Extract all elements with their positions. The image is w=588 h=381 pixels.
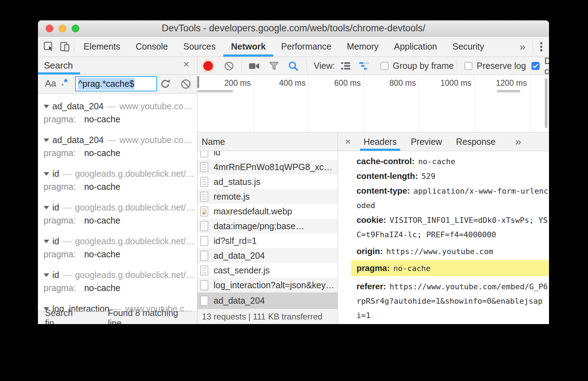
search-panel-header: Search × bbox=[38, 57, 197, 75]
timeline-resource-bar bbox=[497, 90, 520, 92]
header-value: oded bbox=[357, 201, 375, 210]
record-button[interactable] bbox=[203, 57, 213, 75]
request-row[interactable]: ad_data_204 bbox=[197, 292, 338, 309]
tab-performance[interactable]: Performance bbox=[273, 37, 339, 57]
divider bbox=[533, 41, 533, 52]
disclosure-triangle-icon[interactable] bbox=[44, 206, 49, 209]
timeline-tick-label: 400 ms bbox=[253, 78, 306, 88]
request-row[interactable]: remote.js bbox=[197, 189, 338, 204]
detail-tab-headers[interactable]: Headers bbox=[360, 133, 400, 151]
request-name: id?slf_rd=1 bbox=[214, 236, 257, 246]
search-result-header[interactable]: log_interaction—www.youtube.co… bbox=[38, 302, 197, 311]
request-row[interactable]: 4mrRnEPnWo81qWPG8_xcG… bbox=[197, 160, 338, 174]
more-detail-tabs-icon[interactable]: » bbox=[515, 136, 521, 148]
header-key: cookie: bbox=[357, 215, 386, 225]
header-value: 529 bbox=[422, 172, 436, 181]
name-column-header[interactable]: Name bbox=[197, 133, 338, 151]
result-url: www.youtube.co… bbox=[125, 304, 197, 311]
filter-icon[interactable] bbox=[269, 57, 279, 75]
refresh-search-icon[interactable] bbox=[160, 78, 171, 89]
tab-security[interactable]: Security bbox=[445, 37, 492, 57]
search-query-input[interactable]: ^prag.*cache$ bbox=[75, 76, 157, 91]
waterfall-view-icon[interactable] bbox=[359, 57, 369, 75]
match-case-toggle[interactable]: Aa bbox=[45, 78, 56, 89]
kebab-menu-icon[interactable] bbox=[534, 41, 543, 52]
tab-network[interactable]: Network bbox=[223, 37, 274, 57]
timeline-overview[interactable]: 200 ms400 ms600 ms800 ms1000 ms1200 ms bbox=[197, 75, 549, 133]
search-result-match[interactable]: pragma:no-cache bbox=[38, 214, 197, 227]
request-name: log_interaction?alt=json&key… bbox=[214, 280, 334, 290]
disclosure-triangle-icon[interactable] bbox=[44, 138, 49, 142]
match-key: pragma: bbox=[44, 114, 76, 124]
search-result-header[interactable]: id—googleads.g.doubleclick.net/p… bbox=[38, 269, 197, 282]
search-result-match[interactable]: pragma:no-cache bbox=[38, 147, 197, 160]
request-row[interactable]: data:image/png;base… bbox=[197, 219, 338, 233]
title-bar: DevTools - developers.google.com/web/too… bbox=[38, 20, 549, 37]
zoom-window-button[interactable] bbox=[72, 25, 79, 32]
request-row[interactable]: id?slf_rd=1 bbox=[197, 233, 338, 248]
clear-search-icon[interactable] bbox=[181, 79, 191, 89]
tab-sources[interactable]: Sources bbox=[176, 37, 223, 57]
request-row[interactable]: maxresdefault.webp bbox=[197, 204, 338, 219]
result-name: id bbox=[52, 202, 59, 213]
search-result-match[interactable]: pragma:no-cache bbox=[38, 282, 197, 295]
disclosure-triangle-icon[interactable] bbox=[44, 172, 49, 176]
large-rows-view-icon[interactable] bbox=[341, 57, 351, 75]
result-dash: — bbox=[63, 202, 71, 213]
search-result-match[interactable]: pragma:no-cache bbox=[38, 248, 197, 261]
result-name: id bbox=[52, 270, 59, 280]
more-tabs-icon[interactable]: » bbox=[514, 41, 531, 53]
request-row[interactable]: log_interaction?alt=json&key… bbox=[197, 278, 338, 292]
close-search-icon[interactable]: × bbox=[183, 58, 189, 70]
filmstrip-camera-icon[interactable] bbox=[249, 57, 260, 75]
search-result-match[interactable]: pragma:no-cache bbox=[38, 113, 197, 126]
view-label: View: bbox=[314, 57, 335, 75]
close-window-button[interactable] bbox=[46, 25, 53, 32]
request-name: ad_status.js bbox=[214, 177, 260, 187]
network-panel: View: Group by frame bbox=[197, 57, 549, 324]
search-result-header[interactable]: ad_data_204—www.youtube.com/… bbox=[38, 134, 197, 147]
disable-cache-checkbox[interactable] bbox=[531, 57, 540, 75]
search-result-header[interactable]: ad_data_204—www.youtube.com/… bbox=[38, 100, 197, 113]
disclosure-triangle-icon[interactable] bbox=[44, 307, 49, 311]
group-by-frame-checkbox[interactable] bbox=[380, 57, 388, 75]
search-result-header[interactable]: id—googleads.g.doubleclick.net/p… bbox=[38, 235, 197, 248]
tab-memory[interactable]: Memory bbox=[339, 37, 386, 57]
regex-toggle[interactable]: .* bbox=[61, 77, 68, 88]
tab-application[interactable]: Application bbox=[386, 37, 445, 57]
search-result-header[interactable]: id—googleads.g.doubleclick.net/p… bbox=[38, 167, 197, 180]
result-dash: — bbox=[63, 169, 71, 179]
search-result-group: id—googleads.g.doubleclick.net/p…pragma:… bbox=[38, 167, 197, 201]
detail-tab-response[interactable]: Response bbox=[452, 133, 499, 151]
script-file-icon bbox=[200, 265, 208, 276]
request-row[interactable]: ad_data_204 bbox=[197, 248, 338, 263]
inspect-element-icon[interactable] bbox=[44, 41, 54, 52]
disclosure-triangle-icon[interactable] bbox=[44, 273, 49, 277]
header-value: VISITOR_INFO1_LIVE=dDk0-xTswPs; YS bbox=[390, 216, 548, 225]
preserve-log-label[interactable]: Preserve log bbox=[477, 57, 526, 75]
tab-console[interactable]: Console bbox=[128, 37, 176, 57]
request-row[interactable]: cast_sender.js bbox=[197, 263, 338, 278]
timeline-tick-label: 200 ms bbox=[198, 78, 251, 88]
preserve-log-checkbox[interactable] bbox=[464, 57, 472, 75]
tab-elements[interactable]: Elements bbox=[76, 37, 128, 57]
timeline-scrollbar[interactable] bbox=[545, 78, 548, 128]
match-value: no-cache bbox=[84, 215, 120, 226]
clear-requests-icon[interactable] bbox=[224, 57, 234, 75]
group-by-frame-label[interactable]: Group by frame bbox=[393, 57, 454, 75]
disable-cache-label[interactable]: Disable cache bbox=[544, 57, 549, 75]
disclosure-triangle-icon[interactable] bbox=[44, 240, 49, 243]
search-result-header[interactable]: id—googleads.g.doubleclick.net/p… bbox=[38, 201, 197, 214]
device-toolbar-icon[interactable] bbox=[60, 41, 70, 52]
match-value: no-cache bbox=[84, 249, 120, 259]
request-row[interactable]: ad_status.js bbox=[197, 174, 338, 189]
divider bbox=[241, 60, 242, 71]
request-row[interactable]: id bbox=[197, 151, 338, 160]
request-row-partial[interactable]: id bbox=[197, 151, 338, 160]
search-requests-icon[interactable] bbox=[288, 57, 299, 75]
disclosure-triangle-icon[interactable] bbox=[44, 105, 49, 108]
minimize-window-button[interactable] bbox=[59, 25, 66, 32]
close-detail-icon[interactable]: × bbox=[345, 136, 351, 148]
search-result-match[interactable]: pragma:no-cache bbox=[38, 180, 197, 193]
detail-tab-preview[interactable]: Preview bbox=[407, 133, 445, 151]
